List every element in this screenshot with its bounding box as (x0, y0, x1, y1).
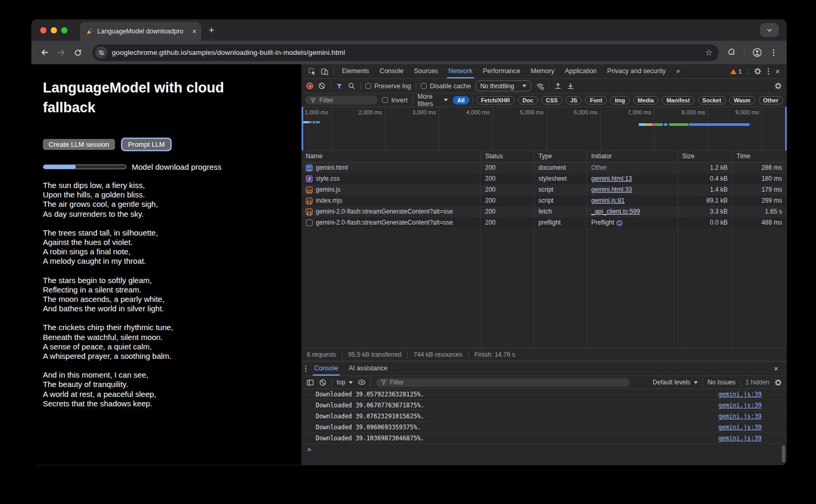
column-header-size[interactable]: Size (678, 151, 732, 162)
devtools-tab-application[interactable]: Application (559, 64, 602, 78)
back-button[interactable] (38, 46, 51, 59)
network-request-row[interactable]: gemini.js 200 script gemini.html:33 1.4 … (302, 184, 787, 195)
preserve-log-checkbox[interactable]: Preserve log (365, 83, 411, 90)
extensions-puzzle-icon[interactable] (725, 46, 738, 59)
console-settings-gear-icon[interactable] (774, 379, 782, 386)
devtools-tab-privacy-and-security[interactable]: Privacy and security (602, 64, 671, 78)
drawer-menu-kebab-icon[interactable] (305, 365, 307, 372)
new-tab-button[interactable]: + (209, 25, 214, 36)
default-levels-select[interactable]: Default levels (653, 379, 698, 386)
network-request-row[interactable]: gemini-2.0-flash:streamGenerateContent?a… (302, 217, 787, 228)
column-header-time[interactable]: Time (732, 151, 787, 162)
chip-fetch-xhr[interactable]: Fetch/XHR (476, 96, 515, 104)
console-message[interactable]: Downloaded 39.05792236328125%. gemini.js… (302, 389, 787, 400)
chip-socket[interactable]: Socket (698, 96, 726, 104)
filter-funnel-icon[interactable] (336, 83, 343, 90)
browser-tab[interactable]: LanguageModel downloadpro × (80, 22, 201, 41)
export-har-icon[interactable] (567, 82, 574, 90)
console-prompt-chevron[interactable]: > (302, 444, 787, 455)
minimize-window-button[interactable] (51, 27, 57, 33)
network-request-row[interactable]: gemini-2.0-flash:streamGenerateContent?a… (302, 206, 787, 217)
disable-cache-checkbox[interactable]: Disable cache (421, 83, 471, 90)
timeline-right-handle[interactable] (785, 107, 787, 150)
clear-console-icon[interactable] (319, 379, 327, 386)
drawer-tab-console[interactable]: Console (309, 361, 343, 376)
console-sidebar-icon[interactable] (306, 379, 314, 386)
chip-media[interactable]: Media (633, 96, 659, 104)
more-tabs-button[interactable]: » (671, 64, 685, 78)
chip-js[interactable]: JS (566, 96, 582, 104)
devtools-tab-performance[interactable]: Performance (478, 64, 526, 78)
timeline-left-handle[interactable] (302, 107, 303, 150)
column-header-type[interactable]: Type (534, 151, 587, 162)
tab-close-icon[interactable]: × (192, 28, 197, 35)
column-header-initiator[interactable]: Initiator (587, 151, 678, 162)
network-request-row[interactable]: index.mjs 200 script gemini.js:81 89.1 k… (302, 195, 787, 206)
chip-img[interactable]: Img (610, 96, 630, 104)
invert-checkbox[interactable]: Invert (382, 97, 407, 104)
record-network-log-button[interactable] (306, 83, 313, 89)
live-expression-eye-icon[interactable] (358, 378, 366, 386)
console-source-link[interactable]: gemini.js:39 (718, 389, 762, 400)
url-text[interactable]: googlechrome.github.io/samples/downloadi… (112, 49, 700, 56)
column-header-name[interactable]: Name (302, 151, 481, 162)
chip-other[interactable]: Other (758, 96, 783, 104)
devtools-tab-console[interactable]: Console (374, 64, 409, 78)
network-conditions-icon[interactable] (536, 82, 544, 90)
site-settings-icon[interactable] (95, 46, 107, 58)
devtools-tab-network[interactable]: Network (443, 64, 478, 78)
network-request-row[interactable]: style.css 200 stylesheet gemini.html:13 … (302, 173, 787, 184)
chip-doc[interactable]: Doc (518, 96, 538, 104)
device-toolbar-icon[interactable] (318, 67, 331, 76)
chip-css[interactable]: CSS (541, 96, 562, 104)
console-message[interactable]: Downloaded 39.07623291015625%. gemini.js… (302, 411, 787, 422)
chip-all[interactable]: All (453, 96, 469, 104)
console-source-link[interactable]: gemini.js:39 (718, 411, 762, 421)
console-message[interactable]: Downloaded 39.06707763671875%. gemini.js… (302, 400, 787, 411)
console-message[interactable]: Downloaded 39.10369873046875%. gemini.js… (302, 433, 787, 444)
execution-context-select[interactable]: top (337, 379, 353, 386)
initiator-link[interactable]: gemini.html:13 (591, 175, 632, 182)
clear-network-log-icon[interactable] (318, 82, 326, 90)
drawer-close-icon[interactable]: × (774, 364, 781, 373)
initiator-link[interactable]: gemini.js:81 (591, 197, 625, 204)
console-source-link[interactable]: gemini.js:39 (718, 433, 762, 443)
browser-menu-kebab-icon[interactable] (767, 46, 780, 59)
console-source-link[interactable]: gemini.js:39 (718, 422, 762, 432)
initiator-link[interactable]: _api_client.ts:599 (591, 208, 640, 215)
create-llm-session-button[interactable]: Create LLM session (43, 139, 115, 150)
chip-wasm[interactable]: Wasm (729, 96, 755, 104)
chip-font[interactable]: Font (585, 96, 607, 104)
maximize-window-button[interactable] (61, 27, 67, 33)
devtools-tab-elements[interactable]: Elements (337, 64, 374, 78)
console-filter-input[interactable]: Filter (376, 378, 630, 387)
inspect-element-icon[interactable] (306, 67, 318, 76)
bookmark-star-icon[interactable]: ☆ (705, 48, 712, 57)
column-header-status[interactable]: Status (481, 151, 534, 162)
network-settings-gear-icon[interactable] (774, 82, 782, 90)
close-window-button[interactable] (40, 27, 47, 33)
throttling-select[interactable]: No throttling (476, 80, 532, 91)
hidden-messages-count[interactable]: 1 hidden (745, 379, 769, 386)
devtools-tab-memory[interactable]: Memory (525, 64, 559, 78)
devtools-tab-sources[interactable]: Sources (409, 64, 443, 78)
profile-avatar-icon[interactable] (751, 46, 763, 59)
console-source-link[interactable]: gemini.js:39 (718, 400, 762, 411)
warning-badge[interactable]: 1 (730, 68, 742, 75)
search-icon[interactable] (348, 82, 355, 90)
tab-search-chevron-button[interactable] (760, 23, 779, 37)
issues-counter[interactable]: No Issues (708, 379, 735, 386)
console-scrollbar-thumb[interactable] (782, 446, 785, 462)
console-message[interactable]: Downloaded 39.0960693359375%. gemini.js:… (302, 422, 787, 433)
devtools-settings-gear-icon[interactable] (754, 67, 762, 75)
address-bar[interactable]: googlechrome.github.io/samples/downloadi… (93, 44, 719, 61)
devtools-close-icon[interactable]: × (775, 67, 780, 76)
forward-button[interactable] (55, 46, 67, 59)
drawer-tab-ai-assistance[interactable]: AI assistance (343, 361, 393, 376)
network-filter-input[interactable]: Filter (305, 96, 377, 104)
initiator-link[interactable]: gemini.html:33 (591, 186, 632, 193)
chip-manifest[interactable]: Manifest (662, 96, 695, 104)
import-har-icon[interactable] (554, 82, 562, 90)
reload-button[interactable] (72, 46, 84, 59)
network-overview-timeline[interactable]: 1,000 ms 2,000 ms 3,000 ms 4,000 ms 5,00… (302, 107, 787, 151)
